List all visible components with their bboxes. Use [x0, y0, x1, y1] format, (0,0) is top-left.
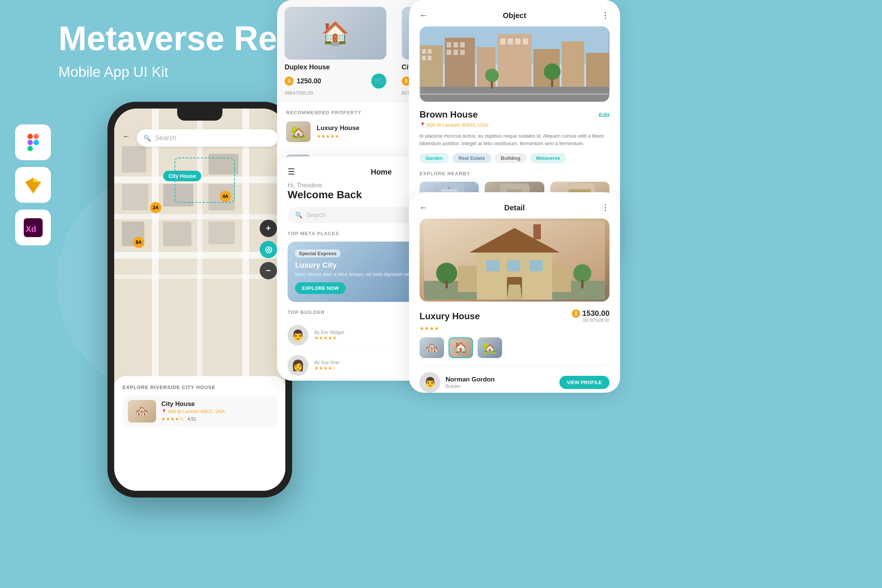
svg-rect-31 [447, 42, 451, 47]
map-back-button[interactable]: ← [122, 132, 130, 141]
builder-info: Norman Gordon Builder [446, 376, 554, 389]
svg-rect-77 [486, 260, 499, 271]
tool-icons-panel: Xd [15, 124, 51, 245]
prop-detail-more-button[interactable]: ⋮ [601, 203, 609, 213]
svg-point-50 [544, 63, 560, 80]
svg-rect-0 [27, 133, 32, 139]
object-back-button[interactable]: ← [420, 11, 428, 20]
svg-rect-1 [33, 133, 38, 139]
object-more-button[interactable]: ⋮ [601, 11, 609, 20]
pin-8a[interactable]: 8A [133, 237, 144, 248]
city-house-image: 🏘️ [128, 400, 156, 423]
svg-marker-7 [33, 178, 41, 182]
bitcoin-icon-detail: ₿ [572, 309, 580, 318]
city-house-pin[interactable]: City House [163, 171, 201, 181]
property-sub-price: 60767928,00 [572, 318, 609, 323]
svg-marker-6 [25, 178, 33, 193]
svg-text:Xd: Xd [26, 224, 36, 234]
svg-text:+: + [448, 186, 450, 190]
tag-building[interactable]: Building [495, 153, 527, 163]
phone-notch [177, 109, 222, 121]
prop-detail-title: Detail [504, 204, 525, 212]
svg-rect-39 [500, 38, 505, 44]
svg-rect-27 [428, 49, 432, 54]
tag-real-estate[interactable]: Real Estate [453, 153, 491, 163]
xd-icon[interactable]: Xd [15, 210, 51, 245]
city-house-stars: ★★★★½ [161, 416, 184, 422]
sue-stars: ★★★★☆ [314, 365, 421, 371]
svg-rect-49 [491, 81, 493, 89]
home-screen-title: Home [371, 168, 392, 176]
svg-rect-26 [422, 49, 426, 54]
tag-garden[interactable]: Garden [420, 153, 449, 163]
duplex-price-row: ₿ 1250.00 🛒 [285, 74, 386, 89]
duplex-house-image: 🏠 [285, 7, 386, 60]
sketch-icon[interactable] [15, 167, 51, 203]
svg-rect-33 [460, 42, 465, 47]
city-house-address: 📍 600 W Lambert 90631, USA [161, 409, 272, 414]
object-property-name: Brown House [420, 109, 478, 120]
featured-banner[interactable]: Special Express Luxury City Nunc ultrice… [288, 242, 478, 302]
map-controls: + ◎ − [260, 220, 277, 279]
eric-avatar: 👨 [288, 325, 308, 346]
banner-tag: Special Express [295, 250, 340, 257]
home-search-placeholder: Search [306, 212, 326, 219]
svg-rect-84 [533, 224, 541, 239]
nearby-label: EXPLORE NEARBY [420, 171, 609, 176]
location-button[interactable]: ◎ [260, 241, 277, 258]
zoom-in-button[interactable]: + [260, 220, 277, 237]
svg-rect-34 [447, 50, 451, 55]
duplex-house-card[interactable]: 🏠 Duplex House ₿ 1250.00 🛒 49647000,00 [277, 0, 394, 102]
city-house-name: City House [161, 400, 272, 408]
prop-detail-back-button[interactable]: ← [420, 203, 428, 213]
duplex-house-name: Duplex House [285, 63, 386, 71]
city-house-card[interactable]: 🏘️ City House 📍 600 W Lambert 90631, USA… [122, 395, 277, 427]
svg-rect-88 [581, 280, 583, 288]
svg-rect-41 [515, 38, 521, 44]
svg-marker-8 [33, 182, 41, 193]
property-price-column: ₿ 1530.00 60767928,00 [572, 309, 609, 323]
map-search-bar[interactable]: 🔍 Search [137, 129, 278, 147]
duplex-cart-button[interactable]: 🛒 [371, 74, 386, 89]
zoom-out-button[interactable]: − [260, 262, 277, 279]
thumbnail-1[interactable]: 🏘️ [420, 337, 444, 358]
pin-2a[interactable]: 2A [150, 202, 161, 213]
thumbnail-2[interactable]: 🏠 [449, 337, 473, 358]
svg-rect-40 [508, 38, 513, 44]
thumbnail-3[interactable]: 🏡 [478, 337, 502, 358]
map-screen: 🔍 Search ← City House 2A 4A 8A + ◎ [114, 109, 285, 491]
object-edit-link[interactable]: Edit [599, 112, 609, 118]
tag-metaverse[interactable]: Metaverse [530, 153, 567, 163]
builder-role: Builder [446, 383, 554, 389]
home-search-icon: 🔍 [295, 211, 303, 219]
duplex-price: 1250.00 [297, 77, 321, 85]
explore-now-button[interactable]: EXPLORE NOW [295, 282, 346, 294]
property-price: ₿ 1530.00 [572, 309, 609, 318]
property-name-price-row: Luxury House ₿ 1530.00 60767928,00 [420, 309, 609, 323]
pin-4a[interactable]: 4A [220, 191, 231, 202]
svg-rect-47 [420, 93, 609, 95]
property-thumbnails: 🏘️ 🏠 🏡 [420, 337, 609, 358]
object-screen-title: Object [503, 11, 526, 20]
object-detail-header: ← Object ⋮ [409, 0, 620, 26]
builder-view-profile-button[interactable]: VIEW PROFILE [559, 376, 609, 389]
property-name: Luxury House [420, 311, 480, 322]
eric-stars: ★★★★★ [314, 335, 421, 341]
sue-info: By Sue Shei ★★★★☆ [314, 360, 421, 371]
bitcoin-icon-duplex: ₿ [285, 77, 294, 86]
property-stars: ★★★★ [420, 325, 609, 331]
hamburger-button[interactable]: ☰ [288, 167, 295, 177]
svg-rect-2 [27, 139, 32, 145]
sue-by: By Sue Shei [314, 360, 421, 365]
svg-rect-35 [453, 50, 458, 55]
svg-rect-28 [422, 56, 426, 60]
banner-description: Nunc ultrices diam a tellus tempor, vel … [295, 272, 470, 277]
map-bottom-card: EXPLORE RIVERSIDE CITY HOUSE 🏘️ City Hou… [114, 376, 285, 491]
svg-rect-36 [460, 50, 465, 55]
figma-icon[interactable] [15, 124, 51, 160]
svg-point-4 [33, 139, 38, 145]
city-house-rating-row: ★★★★½ 4.51 [161, 415, 272, 422]
svg-point-87 [573, 264, 591, 282]
svg-rect-79 [530, 260, 543, 271]
builder-section: 👨 Norman Gordon Builder VIEW PROFILE [420, 366, 609, 393]
